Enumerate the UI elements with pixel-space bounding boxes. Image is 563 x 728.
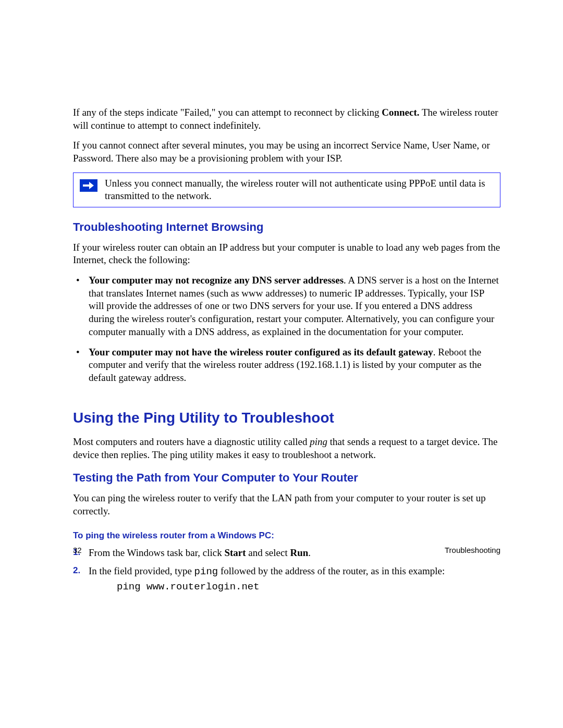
text: Most computers and routers have a diagno…: [73, 436, 310, 447]
heading-testing-path: Testing the Path from Your Computer to Y…: [73, 471, 500, 486]
intro-paragraph-1: If any of the steps indicate "Failed," y…: [73, 106, 500, 132]
sec2-paragraph: Most computers and routers have a diagno…: [73, 436, 500, 461]
document-page: If any of the steps indicate "Failed," y…: [0, 0, 563, 728]
sec3-paragraph: You can ping the wireless router to veri…: [73, 492, 500, 517]
list-item: In the field provided, type ping followe…: [73, 565, 500, 593]
text: followed by the address of the router, a…: [218, 565, 445, 576]
text: If any of the steps indicate "Failed," y…: [73, 107, 382, 118]
note-box: Unless you connect manually, the wireles…: [73, 172, 500, 207]
troubleshooting-bullet-list: Your computer may not recognize any DNS …: [73, 274, 500, 385]
list-item: Your computer may not have the wireless …: [73, 346, 500, 385]
ping-command: ping: [194, 566, 218, 577]
bullet-lead: Your computer may not have the wireless …: [89, 347, 433, 357]
page-footer: 32 Troubleshooting: [73, 545, 500, 556]
connect-label: Connect.: [382, 107, 419, 118]
bullet-lead: Your computer may not recognize any DNS …: [89, 275, 344, 286]
arrow-right-icon: [80, 179, 97, 192]
ping-example: ping www.routerlogin.net: [89, 581, 500, 594]
intro-paragraph-2: If you cannot connect after several minu…: [73, 139, 500, 165]
page-number: 32: [73, 545, 82, 556]
list-item: Your computer may not recognize any DNS …: [73, 274, 500, 338]
heading-troubleshooting-browsing: Troubleshooting Internet Browsing: [73, 220, 500, 235]
sec1-paragraph: If your wireless router can obtain an IP…: [73, 241, 500, 267]
text: In the field provided, type: [89, 565, 194, 576]
heading-ping-utility: Using the Ping Utility to Troubleshoot: [73, 409, 500, 427]
procedure-heading: To ping the wireless router from a Windo…: [73, 530, 500, 541]
note-text: Unless you connect manually, the wireles…: [105, 177, 492, 203]
section-label: Troubleshooting: [445, 545, 500, 556]
ping-term: ping: [310, 436, 327, 447]
